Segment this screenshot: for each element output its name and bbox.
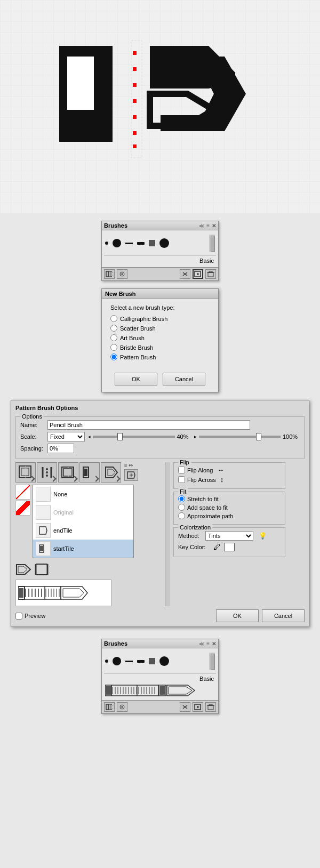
svg-rect-11 xyxy=(133,144,137,148)
scale-slider2-track[interactable] xyxy=(199,436,281,438)
eyedropper-icon[interactable]: 🖊 xyxy=(213,543,221,551)
new-brush-ok-button[interactable]: OK xyxy=(115,373,157,385)
tile-btn-5[interactable] xyxy=(101,462,121,483)
radio-scatter-input[interactable] xyxy=(110,325,117,332)
add-space-radio[interactable] xyxy=(178,504,185,511)
brush-item-6[interactable] xyxy=(159,238,169,248)
brushes-title-1: Brushes xyxy=(104,222,127,229)
pbo-cancel-button[interactable]: Cancel xyxy=(262,609,305,622)
new-brush-body: Select a new brush type: Calligraphic Br… xyxy=(102,299,218,368)
scale-slider-track[interactable] xyxy=(93,436,175,438)
dropdown-scrollbar[interactable] xyxy=(165,462,170,606)
dropdown-start-tile[interactable]: startTile xyxy=(33,540,133,558)
panel-menu-icon[interactable]: ≡ xyxy=(206,223,210,229)
brush-item-2[interactable] xyxy=(113,239,121,247)
method-select[interactable]: None Tints Tints and Shades Hue Shift xyxy=(205,531,253,541)
brush-pattern-row xyxy=(104,683,216,698)
scrollbar-1[interactable] xyxy=(210,235,215,252)
scrollbar-2[interactable] xyxy=(210,653,215,670)
brush-item-1[interactable] xyxy=(105,242,108,245)
flip-across-label: Flip Across xyxy=(187,477,216,483)
radio-art[interactable]: Art Brush xyxy=(110,334,210,341)
panel2-collapse-icon[interactable]: ≪ xyxy=(199,641,204,647)
radio-pattern-input[interactable] xyxy=(110,353,117,360)
panel-close-icon[interactable]: ✕ xyxy=(212,223,216,229)
brush-item-3[interactable] xyxy=(125,243,133,244)
brush2-item-5[interactable] xyxy=(149,658,155,664)
approx-radio[interactable] xyxy=(178,512,185,519)
dialog-buttons: OK Cancel xyxy=(102,368,218,392)
add-brush-icon-2[interactable] xyxy=(117,702,127,712)
radio-bristle[interactable]: Bristle Brush xyxy=(110,344,210,351)
new-brush-button-2[interactable] xyxy=(193,702,203,712)
dropdown-end-tile[interactable]: endTile xyxy=(33,521,133,540)
libraries-icon[interactable] xyxy=(104,269,115,279)
tile-btn-2[interactable] xyxy=(37,462,57,483)
tile-btn-3[interactable] xyxy=(58,462,78,483)
name-row: Name: Pencil Brush xyxy=(20,420,300,430)
radio-scatter[interactable]: Scatter Brush xyxy=(110,325,210,332)
radio-scatter-label: Scatter Brush xyxy=(120,325,156,332)
panel2-menu-icon[interactable]: ≡ xyxy=(206,641,210,647)
brush2-item-2[interactable] xyxy=(113,657,121,665)
delete-brush-icon[interactable] xyxy=(180,269,190,279)
radio-calligraphic[interactable]: Calligraphic Brush xyxy=(110,315,210,322)
pbo-panel: Pattern Brush Options Options Name: Penc… xyxy=(11,400,309,627)
dropdown-none[interactable]: None xyxy=(33,485,133,503)
name-input[interactable]: Pencil Brush xyxy=(47,420,250,430)
dropdown-end-icon xyxy=(36,523,51,538)
new-brush-button[interactable] xyxy=(193,269,203,279)
trash-brush-icon[interactable] xyxy=(205,269,216,279)
stretch-label: Stretch to fit xyxy=(187,496,219,502)
lightbulb-icon[interactable]: 💡 xyxy=(259,532,267,540)
svg-rect-27 xyxy=(208,272,213,277)
brushes-body-1: Basic xyxy=(102,230,218,267)
svg-point-34 xyxy=(46,471,48,473)
tile-btn-4[interactable] xyxy=(79,462,100,483)
brush2-item-4[interactable] xyxy=(137,660,145,663)
flip-across-cb[interactable] xyxy=(178,476,185,483)
brush2-item-3[interactable] xyxy=(125,661,133,662)
svg-rect-99 xyxy=(159,686,165,695)
svg-rect-29 xyxy=(209,271,212,272)
brush2-item-6[interactable] xyxy=(159,656,169,666)
dropdown-original[interactable]: Original xyxy=(33,503,133,521)
tile-expand-icon[interactable]: ⇔ xyxy=(129,462,133,468)
stretch-radio[interactable] xyxy=(178,495,185,502)
scale-slider2-thumb[interactable] xyxy=(256,433,261,440)
radio-art-input[interactable] xyxy=(110,334,117,341)
trash-brush-icon-2[interactable] xyxy=(205,702,216,712)
add-brush-icon[interactable] xyxy=(117,269,127,279)
dropdown-none-label: None xyxy=(53,491,67,497)
radio-calligraphic-input[interactable] xyxy=(110,315,117,322)
key-color-swatch[interactable] xyxy=(224,543,235,551)
scale-select[interactable]: Fixed xyxy=(47,432,85,441)
fit-group-label: Fit xyxy=(178,488,188,495)
tile-btn-1[interactable] xyxy=(15,462,36,483)
svg-marker-46 xyxy=(39,527,47,534)
delete-brush-icon-2[interactable] xyxy=(180,702,190,712)
tile-menu-icon[interactable]: ≡ xyxy=(124,462,127,468)
pbo-action-buttons: OK Cancel xyxy=(216,609,305,622)
scale-slider-thumb[interactable] xyxy=(117,433,123,440)
panel-collapse-icon[interactable]: ≪ xyxy=(199,223,204,229)
svg-line-18 xyxy=(111,276,113,277)
svg-rect-3 xyxy=(67,57,94,110)
radio-bristle-input[interactable] xyxy=(110,344,117,351)
flip-group: Flip Flip Along ↔ Flip Across ↕ xyxy=(173,462,285,489)
libraries-icon-2[interactable] xyxy=(104,702,115,712)
brushes-toolbar-1 xyxy=(102,267,218,280)
brush-item-4[interactable] xyxy=(137,242,145,245)
radio-pattern[interactable]: Pattern Brush xyxy=(110,353,210,360)
spacing-input[interactable] xyxy=(47,444,74,453)
svg-rect-76 xyxy=(106,686,111,695)
brush-item-5[interactable] xyxy=(149,240,155,246)
new-brush-cancel-button[interactable]: Cancel xyxy=(163,373,205,385)
radio-calligraphic-label: Calligraphic Brush xyxy=(120,316,167,322)
preview-cb[interactable] xyxy=(15,613,22,620)
panel2-close-icon[interactable]: ✕ xyxy=(212,641,216,647)
tile-add-icon[interactable] xyxy=(124,469,138,481)
brush2-item-1[interactable] xyxy=(105,660,108,663)
flip-along-cb[interactable] xyxy=(178,467,185,473)
pbo-ok-button[interactable]: OK xyxy=(216,609,259,622)
